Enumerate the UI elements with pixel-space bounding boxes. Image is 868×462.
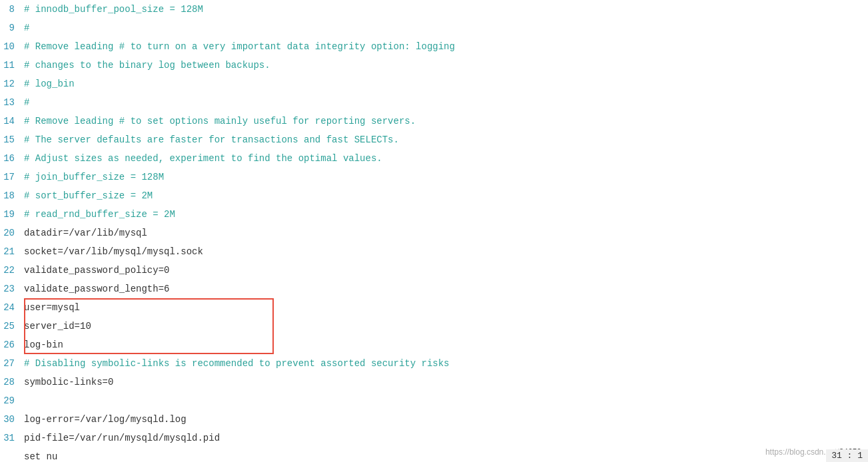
table-row: 10# Remove leading # to turn on a very i… [0,37,868,56]
table-row: 27# Disabling symbolic-links is recommen… [0,354,868,373]
line-content: datadir=/var/lib/mysql [20,224,868,242]
line-number: 28 [0,373,20,391]
line-content: symbolic-links=0 [20,373,868,391]
line-content: # [20,93,868,112]
line-number: 31 [0,429,20,447]
code-lines: 8# innodb_buffer_pool_size = 128M9#10# R… [0,0,868,462]
line-content: # join_buffer_size = 128M [20,168,868,186]
table-row: 21socket=/var/lib/mysql/mysql.sock [0,242,868,261]
status-bar: 31 : 1 [826,449,868,462]
line-content: server_id=10 [20,317,868,336]
table-row: 15# The server defaults are faster for t… [0,130,868,149]
table-row: 30log-error=/var/log/mysqld.log [0,410,868,429]
line-number: 14 [0,112,20,130]
line-content: set nu [20,447,868,462]
table-row: 19# read_rnd_buffer_size = 2M [0,205,868,224]
line-number: 29 [0,391,20,410]
line-content: # read_rnd_buffer_size = 2M [20,205,868,224]
line-content: # Remove leading # to turn on a very imp… [20,37,868,56]
line-content: # sort_buffer_size = 2M [20,186,868,205]
table-row: 14# Remove leading # to set options main… [0,112,868,130]
table-row: 12# log_bin [0,75,868,93]
table-row: 24user=mysql [0,298,868,317]
table-row: 20datadir=/var/lib/mysql [0,224,868,242]
line-content: validate_password_policy=0 [20,261,868,280]
line-content: # Remove leading # to set options mainly… [20,112,868,130]
table-row: 16# Adjust sizes as needed, experiment t… [0,149,868,168]
line-content: log-error=/var/log/mysqld.log [20,410,868,429]
line-number: 12 [0,75,20,93]
line-content: # The server defaults are faster for tra… [20,130,868,149]
line-content: # Adjust sizes as needed, experiment to … [20,149,868,168]
line-content: # log_bin [20,75,868,93]
line-number: 19 [0,205,20,224]
table-row: 8# innodb_buffer_pool_size = 128M [0,0,868,19]
line-content: # changes to the binary log between back… [20,56,868,75]
line-number: 16 [0,149,20,168]
table-row: 11# changes to the binary log between ba… [0,56,868,75]
line-number: 21 [0,242,20,261]
line-number: 18 [0,186,20,205]
table-row: 25server_id=10 [0,317,868,336]
table-row: 31pid-file=/var/run/mysqld/mysqld.pid [0,429,868,447]
table-row: 17# join_buffer_size = 128M [0,168,868,186]
table-row: 23validate_password_length=6 [0,280,868,298]
line-content: user=mysql [20,298,868,317]
line-content: validate_password_length=6 [20,280,868,298]
line-number: 27 [0,354,20,373]
table-row: 26log-bin [0,336,868,354]
line-number: 25 [0,317,20,336]
line-number: 8 [0,0,20,19]
code-editor: 8# innodb_buffer_pool_size = 128M9#10# R… [0,0,868,462]
table-row: 9# [0,19,868,37]
table-row: 29 [0,391,868,410]
table-row: 28symbolic-links=0 [0,373,868,391]
line-number: 22 [0,261,20,280]
table-row: 13# [0,93,868,112]
table-row: 22validate_password_policy=0 [0,261,868,280]
table-row: 18# sort_buffer_size = 2M [0,186,868,205]
line-number: 26 [0,336,20,354]
line-number: 30 [0,410,20,429]
line-number: 10 [0,37,20,56]
line-content: # [20,19,868,37]
line-number: 24 [0,298,20,317]
line-number: 9 [0,19,20,37]
line-number: 23 [0,280,20,298]
line-number: 11 [0,56,20,75]
line-number: 15 [0,130,20,149]
line-number: 13 [0,93,20,112]
line-number: 20 [0,224,20,242]
line-number: 17 [0,168,20,186]
line-content: pid-file=/var/run/mysqld/mysqld.pid [20,429,868,447]
line-content: socket=/var/lib/mysql/mysql.sock [20,242,868,261]
table-row: set nu [0,447,868,462]
line-content: log-bin [20,336,868,354]
line-content: # innodb_buffer_pool_size = 128M [20,0,868,19]
line-content: # Disabling symbolic-links is recommende… [20,354,868,373]
